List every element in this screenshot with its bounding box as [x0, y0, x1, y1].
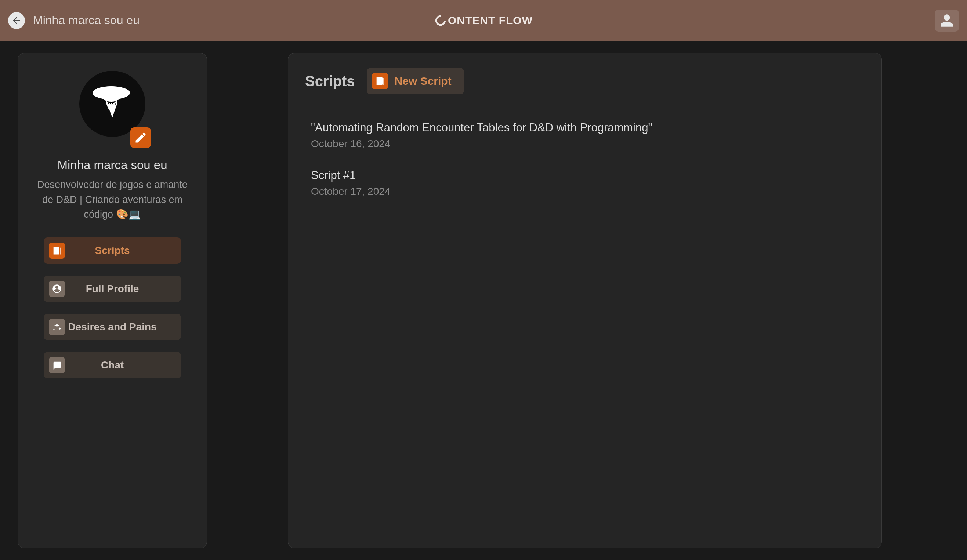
- script-date: October 17, 2024: [311, 186, 865, 198]
- main-title: Scripts: [305, 73, 355, 89]
- app-header: Minha marca sou eu ONTENT FLOW: [0, 0, 967, 41]
- sparkle-icon: [49, 319, 65, 335]
- content-area: Minha marca sou eu Desenvolvedor de jogo…: [0, 41, 967, 560]
- sidebar-item-label: Full Profile: [65, 283, 176, 295]
- profile-icon: [49, 281, 65, 297]
- scripts-icon: [372, 73, 388, 89]
- new-script-label: New Script: [394, 75, 452, 87]
- sidebar-item-label: Desires and Pains: [65, 321, 176, 333]
- sidebar-nav: Scripts Full Profile Desires and Pains C…: [31, 237, 194, 378]
- back-button[interactable]: [8, 12, 25, 29]
- sidebar-item-label: Chat: [65, 359, 176, 371]
- profile-bio: Desenvolvedor de jogos e amante de D&D |…: [31, 177, 194, 222]
- avatar-illustration: [85, 76, 140, 132]
- brand-text: ONTENT FLOW: [448, 14, 533, 27]
- sidebar-item-label: Scripts: [65, 245, 176, 257]
- chat-icon: [49, 357, 65, 373]
- sidebar-item-chat[interactable]: Chat: [44, 352, 181, 378]
- brand-logo: ONTENT FLOW: [434, 14, 533, 27]
- person-icon: [939, 13, 954, 28]
- pencil-icon: [134, 131, 147, 144]
- main-content-panel: Scripts New Script "Automating Random En…: [288, 53, 882, 548]
- breadcrumb: Minha marca sou eu: [33, 13, 140, 27]
- scripts-icon: [49, 242, 65, 259]
- main-header: Scripts New Script: [305, 68, 865, 108]
- edit-avatar-button[interactable]: [130, 127, 151, 148]
- arrow-left-icon: [11, 15, 22, 26]
- svg-point-1: [100, 86, 122, 102]
- new-script-button[interactable]: New Script: [367, 68, 464, 94]
- script-date: October 16, 2024: [311, 138, 865, 150]
- script-title: "Automating Random Encounter Tables for …: [311, 121, 865, 134]
- user-menu-button[interactable]: [935, 10, 959, 31]
- script-list-item[interactable]: "Automating Random Encounter Tables for …: [311, 121, 865, 150]
- sidebar-item-desires-pains[interactable]: Desires and Pains: [44, 314, 181, 340]
- sidebar-item-full-profile[interactable]: Full Profile: [44, 276, 181, 302]
- profile-name: Minha marca sou eu: [58, 158, 167, 172]
- script-list: "Automating Random Encounter Tables for …: [305, 121, 865, 198]
- avatar: [79, 71, 145, 137]
- brand-c-icon: [434, 14, 447, 27]
- profile-sidebar: Minha marca sou eu Desenvolvedor de jogo…: [18, 53, 207, 548]
- script-list-item[interactable]: Script #1 October 17, 2024: [311, 169, 865, 198]
- avatar-container: [74, 71, 151, 148]
- script-title: Script #1: [311, 169, 865, 182]
- sidebar-item-scripts[interactable]: Scripts: [44, 237, 181, 264]
